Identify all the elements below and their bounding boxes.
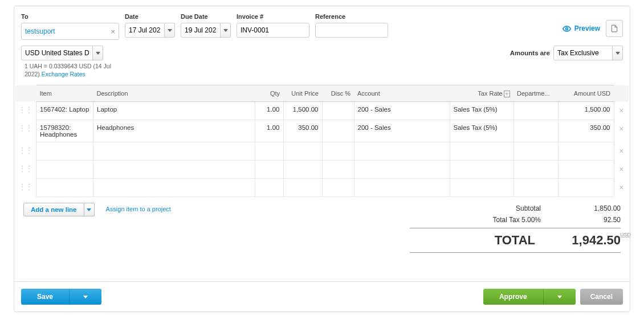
to-clear-icon[interactable]: × (111, 27, 115, 36)
eye-icon (563, 24, 571, 33)
save-dropdown-icon[interactable] (70, 289, 101, 305)
cell-dept[interactable] (513, 161, 558, 179)
cell-price[interactable] (283, 161, 322, 179)
to-field[interactable]: testsuport × (21, 23, 119, 40)
cell-price[interactable] (283, 179, 322, 197)
table-row[interactable]: ⋮⋮15798320: HeadphonesHeadphones1.00350.… (15, 120, 629, 142)
col-amount: Amount USD (558, 85, 614, 102)
invoice-num-input[interactable] (237, 23, 309, 38)
currency-select[interactable] (21, 46, 103, 60)
cell-amount[interactable] (558, 161, 614, 179)
date-input[interactable] (125, 23, 165, 38)
cell-account[interactable] (354, 161, 450, 179)
cell-item[interactable] (36, 179, 93, 197)
cell-qty[interactable]: 1.00 (255, 102, 283, 120)
add-line-button[interactable]: Add a new line (23, 203, 95, 216)
cell-account[interactable]: 200 - Sales (354, 120, 450, 142)
cell-tax[interactable]: Sales Tax (5%) (450, 102, 513, 120)
cell-account[interactable] (354, 179, 450, 197)
delete-row-icon[interactable]: × (614, 142, 629, 161)
amounts-are-select[interactable] (553, 46, 623, 60)
cell-item[interactable]: 15798320: Headphones (36, 120, 93, 142)
table-row[interactable]: ⋮⋮× (15, 142, 629, 161)
cell-dept[interactable] (513, 120, 558, 142)
preview-label: Preview (574, 24, 600, 32)
approve-dropdown-icon[interactable] (544, 289, 576, 305)
subtotal-label: Subtotal (410, 204, 564, 212)
cancel-button[interactable]: Cancel (580, 289, 623, 305)
approve-label[interactable]: Approve (483, 289, 544, 305)
attach-button[interactable] (606, 20, 623, 37)
save-button[interactable]: Save (21, 289, 101, 305)
svg-point-0 (565, 27, 568, 30)
cell-qty[interactable] (255, 179, 283, 197)
table-row[interactable]: ⋮⋮× (15, 161, 629, 179)
currency-dropdown-icon[interactable] (93, 46, 103, 60)
cell-price[interactable]: 350.00 (283, 120, 322, 142)
cell-dept[interactable] (513, 142, 558, 161)
cell-disc[interactable] (322, 142, 354, 161)
cell-dept[interactable] (513, 102, 558, 120)
cell-qty[interactable] (255, 161, 283, 179)
cell-amount[interactable]: 1,500.00 (558, 102, 614, 120)
drag-handle-icon[interactable]: ⋮⋮ (15, 120, 36, 142)
exchange-rates-link[interactable]: Exchange Rates (42, 71, 85, 77)
line-items-table: Item Description Qty Unit Price Disc % A… (15, 85, 629, 197)
drag-handle-icon[interactable]: ⋮⋮ (15, 102, 36, 120)
add-line-label[interactable]: Add a new line (23, 203, 84, 216)
save-label[interactable]: Save (21, 289, 70, 305)
cell-disc[interactable] (322, 102, 354, 120)
due-date-input[interactable] (181, 23, 221, 38)
cell-dept[interactable] (513, 179, 558, 197)
table-row[interactable]: ⋮⋮× (15, 179, 629, 197)
amounts-are-input[interactable] (553, 46, 613, 60)
cell-desc[interactable]: Laptop (93, 102, 255, 120)
due-date-field[interactable] (181, 23, 231, 38)
date-field[interactable] (125, 23, 175, 38)
cell-qty[interactable]: 1.00 (255, 120, 283, 142)
cell-amount[interactable]: 350.00 (558, 120, 614, 142)
cell-desc[interactable]: Headphones (93, 120, 255, 142)
cell-tax[interactable]: Sales Tax (5%) (450, 120, 513, 142)
cell-disc[interactable] (322, 120, 354, 142)
cell-desc[interactable] (93, 179, 255, 197)
cell-disc[interactable] (322, 161, 354, 179)
cell-disc[interactable] (322, 179, 354, 197)
cell-account[interactable]: 200 - Sales (354, 102, 450, 120)
approve-button[interactable]: Approve (483, 289, 576, 305)
amounts-are-dropdown-icon[interactable] (613, 46, 623, 60)
cell-price[interactable] (283, 142, 322, 161)
cell-item[interactable] (36, 142, 93, 161)
cell-item[interactable]: 1567402: Laptop (36, 102, 93, 120)
delete-row-icon[interactable]: × (614, 102, 629, 120)
delete-row-icon[interactable]: × (614, 179, 629, 197)
cell-desc[interactable] (93, 161, 255, 179)
cell-price[interactable]: 1,500.00 (283, 102, 322, 120)
col-dept: Departme... (513, 85, 558, 102)
cell-tax[interactable] (450, 142, 513, 161)
cell-item[interactable] (36, 161, 93, 179)
cell-account[interactable] (354, 142, 450, 161)
cell-tax[interactable] (450, 179, 513, 197)
delete-row-icon[interactable]: × (614, 120, 629, 142)
date-dropdown-icon[interactable] (165, 23, 175, 38)
delete-row-icon[interactable]: × (614, 161, 629, 179)
cell-desc[interactable] (93, 142, 255, 161)
drag-handle-icon[interactable]: ⋮⋮ (15, 142, 36, 161)
preview-button[interactable]: Preview (563, 24, 600, 33)
cell-qty[interactable] (255, 142, 283, 161)
cell-amount[interactable] (558, 179, 614, 197)
currency-input[interactable] (21, 46, 93, 60)
table-row[interactable]: ⋮⋮1567402: LaptopLaptop1.001,500.00200 -… (15, 102, 629, 120)
reference-input[interactable] (315, 23, 388, 38)
cell-tax[interactable] (450, 161, 513, 179)
cell-amount[interactable] (558, 142, 614, 161)
to-contact-link[interactable]: testsuport (25, 27, 55, 35)
assign-project-link[interactable]: Assign item to a project (106, 203, 171, 212)
drag-handle-icon[interactable]: ⋮⋮ (15, 161, 36, 179)
col-desc: Description (93, 85, 255, 102)
add-line-dropdown-icon[interactable] (84, 203, 95, 216)
drag-handle-icon[interactable]: ⋮⋮ (15, 179, 36, 197)
tax-add-icon[interactable]: + (504, 91, 510, 97)
due-date-dropdown-icon[interactable] (221, 23, 231, 38)
